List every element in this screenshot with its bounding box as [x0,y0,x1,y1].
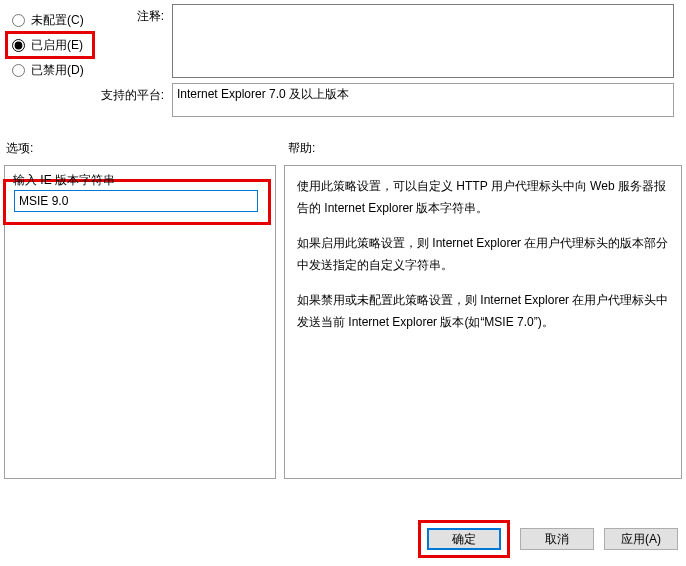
platform-label: 支持的平台: [100,83,172,104]
help-paragraph-2: 如果启用此策略设置，则 Internet Explorer 在用户代理标头的版本… [297,233,669,276]
platform-textarea[interactable] [172,83,674,117]
radio-enabled[interactable]: 已启用(E) [5,31,95,59]
radio-not-configured-input[interactable] [12,14,25,27]
help-paragraph-1: 使用此策略设置，可以自定义 HTTP 用户代理标头中向 Web 服务器报告的 I… [297,176,669,219]
help-panel: 使用此策略设置，可以自定义 HTTP 用户代理标头中向 Web 服务器报告的 I… [284,165,682,479]
options-panel: 输入 IE 版本字符串 [4,165,276,479]
help-paragraph-3: 如果禁用或未配置此策略设置，则 Internet Explorer 在用户代理标… [297,290,669,333]
apply-button[interactable]: 应用(A) [604,528,678,550]
radio-not-configured-label: 未配置(C) [31,12,84,29]
radio-enabled-input[interactable] [12,39,25,52]
radio-enabled-label: 已启用(E) [31,37,83,54]
radio-disabled-input[interactable] [12,64,25,77]
ok-button[interactable]: 确定 [427,528,501,550]
radio-group: 未配置(C) 已启用(E) 已禁用(D) [0,0,100,90]
radio-disabled[interactable]: 已禁用(D) [8,56,92,84]
comment-label: 注释: [100,4,172,25]
radio-not-configured[interactable]: 未配置(C) [8,6,92,34]
cancel-button[interactable]: 取消 [520,528,594,550]
ie-version-input[interactable] [14,190,258,212]
help-section-label: 帮助: [288,140,680,157]
dialog-button-bar: 确定 取消 应用(A) [418,520,678,558]
options-section-label: 选项: [6,140,288,157]
radio-disabled-label: 已禁用(D) [31,62,84,79]
ok-highlight: 确定 [418,520,510,558]
comment-textarea[interactable] [172,4,674,78]
